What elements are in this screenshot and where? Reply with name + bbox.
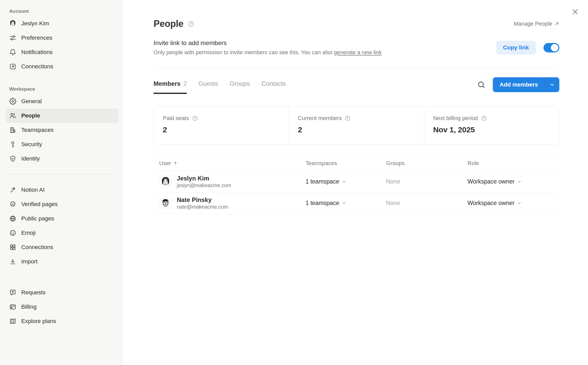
- sidebar-item-general[interactable]: General: [6, 94, 118, 109]
- user-cell: Jeslyn Kimjeslyn@makeacme.com: [159, 175, 306, 189]
- settings-sidebar: AccountJeslyn KimPreferencesNotification…: [0, 0, 123, 365]
- sidebar-item-people[interactable]: People: [6, 109, 118, 123]
- sidebar-item-label: Identity: [21, 155, 40, 162]
- user-cell: Nate Pinskynate@makeacme.com: [159, 196, 306, 210]
- tabs-row: Members2GuestsGroupsContacts Add members: [154, 80, 559, 94]
- chevron-down-small-icon: [517, 201, 522, 206]
- people-icon: [9, 112, 16, 119]
- teamspaces-dropdown[interactable]: 1 teamspace: [306, 178, 386, 185]
- sidebar-item-label: Public pages: [21, 215, 54, 222]
- column-header-user[interactable]: User: [159, 160, 306, 167]
- sidebar-item-notion-ai[interactable]: Notion AI: [6, 183, 118, 197]
- column-header-label: User: [159, 160, 171, 167]
- sidebar-item-label: Requests: [21, 289, 46, 296]
- sidebar-item-emoji[interactable]: Emoji: [6, 226, 118, 240]
- sidebar-item-label: People: [21, 112, 40, 119]
- sidebar-item-label: Billing: [21, 304, 37, 310]
- search-icon[interactable]: [477, 80, 486, 89]
- sidebar-item-identity[interactable]: Identity: [6, 152, 118, 166]
- close-icon[interactable]: [572, 8, 579, 15]
- sidebar-divider: [8, 277, 116, 277]
- chevron-down-small-icon: [342, 201, 346, 206]
- user-email: nate@makeacme.com: [177, 204, 228, 210]
- sidebar-item-account-profile[interactable]: Jeslyn Kim: [6, 16, 118, 31]
- sidebar-item-label: Connections: [21, 63, 53, 70]
- generate-new-link[interactable]: generate a new link: [334, 49, 382, 56]
- sort-ascending-icon: [173, 161, 178, 166]
- question-circle-icon: ?: [481, 115, 487, 121]
- chevron-down-icon: [549, 82, 555, 88]
- role-dropdown[interactable]: Workspace owner: [467, 178, 559, 185]
- manage-people-link[interactable]: Manage People: [514, 21, 559, 27]
- question-circle-icon: ?: [192, 115, 198, 121]
- grid-icon: [9, 244, 16, 251]
- settings-dialog: AccountJeslyn KimPreferencesNotification…: [0, 0, 588, 365]
- stat-next-billing-period: Next billing period?Nov 1, 2025: [424, 106, 559, 144]
- invite-link-toggle[interactable]: [543, 43, 559, 52]
- sidebar-item-security[interactable]: Security: [6, 137, 118, 152]
- add-members-dropdown[interactable]: [545, 77, 559, 92]
- copy-link-button[interactable]: Copy link: [496, 41, 536, 55]
- sidebar-item-preferences[interactable]: Preferences: [6, 31, 118, 45]
- settings-main: People ? Manage People Invite link to ad…: [123, 0, 588, 365]
- stat-value: 2: [163, 125, 286, 134]
- page-title: People: [154, 18, 183, 29]
- sidebar-item-label: Connections: [21, 244, 53, 251]
- teamspaces-value: 1 teamspace: [306, 178, 339, 185]
- column-header-label: Groups: [386, 160, 405, 167]
- globe-icon: [9, 215, 16, 222]
- sidebar-item-label: Notion AI: [21, 187, 45, 193]
- tab-members[interactable]: Members2: [154, 80, 187, 94]
- sidebar-item-public-pages[interactable]: Public pages: [6, 211, 118, 226]
- sidebar-item-teamspaces[interactable]: Teamspaces: [6, 123, 118, 137]
- svg-text:?: ?: [194, 116, 196, 120]
- smiley-icon: [9, 229, 16, 237]
- tab-groups[interactable]: Groups: [230, 80, 250, 94]
- role-value: Workspace owner: [467, 200, 515, 207]
- help-icon[interactable]: ?: [188, 20, 194, 27]
- add-members-label: Add members: [493, 77, 545, 92]
- sidebar-item-label: Explore plans: [21, 318, 56, 325]
- key-icon: [9, 141, 16, 148]
- sidebar-item-notifications[interactable]: Notifications: [6, 45, 118, 59]
- sidebar-item-verified-pages[interactable]: Verified pages: [6, 197, 118, 211]
- sliders-icon: [9, 34, 16, 41]
- tab-guests[interactable]: Guests: [199, 80, 218, 94]
- sidebar-item-import[interactable]: Import: [6, 254, 118, 269]
- sidebar-item-explore-plans[interactable]: Explore plans: [6, 314, 118, 328]
- tab-label: Guests: [199, 80, 218, 87]
- user-email: jeslyn@makeacme.com: [177, 182, 231, 188]
- table-row: Nate Pinskynate@makeacme.com1 teamspaceN…: [154, 192, 559, 214]
- sidebar-item-label: Import: [21, 258, 38, 265]
- map-icon: [9, 318, 16, 325]
- column-header-teamspaces[interactable]: Teamspaces: [306, 160, 386, 167]
- stat-value: Nov 1, 2025: [433, 125, 557, 134]
- ai-sparkle-icon: [9, 186, 16, 194]
- people-tabs: Members2GuestsGroupsContacts: [154, 80, 286, 94]
- sidebar-item-billing[interactable]: Billing: [6, 300, 118, 314]
- user-identity: Jeslyn Kimjeslyn@makeacme.com: [177, 175, 231, 189]
- arrow-up-right-square-icon: [9, 63, 16, 70]
- members-table: UserTeamspacesGroupsRoleJeslyn Kimjeslyn…: [154, 155, 559, 214]
- column-header-role[interactable]: Role: [467, 160, 559, 167]
- sidebar-item-connections-account[interactable]: Connections: [6, 59, 118, 74]
- column-header-groups[interactable]: Groups: [386, 160, 467, 167]
- tab-count-badge: 2: [183, 80, 187, 87]
- teamspaces-dropdown[interactable]: 1 teamspace: [306, 200, 386, 207]
- add-members-button[interactable]: Add members: [493, 77, 559, 92]
- manage-people-label: Manage People: [514, 21, 552, 27]
- table-row: Jeslyn Kimjeslyn@makeacme.com1 teamspace…: [154, 171, 559, 192]
- sidebar-section-label: Account: [6, 6, 118, 16]
- shield-check-icon: [9, 155, 16, 162]
- sidebar-item-connections-workspace[interactable]: Connections: [6, 240, 118, 254]
- tab-contacts[interactable]: Contacts: [262, 80, 286, 94]
- avatar-nate-icon: [159, 197, 172, 210]
- sidebar-item-requests[interactable]: Requests: [6, 285, 118, 300]
- stat-label-text: Next billing period: [433, 115, 478, 122]
- page-header: People ? Manage People: [154, 18, 559, 30]
- sidebar-divider: [8, 174, 116, 175]
- role-dropdown[interactable]: Workspace owner: [467, 200, 559, 207]
- role-value: Workspace owner: [467, 178, 515, 185]
- arrow-up-right-icon: [554, 21, 559, 26]
- stat-label-text: Current members: [298, 115, 342, 122]
